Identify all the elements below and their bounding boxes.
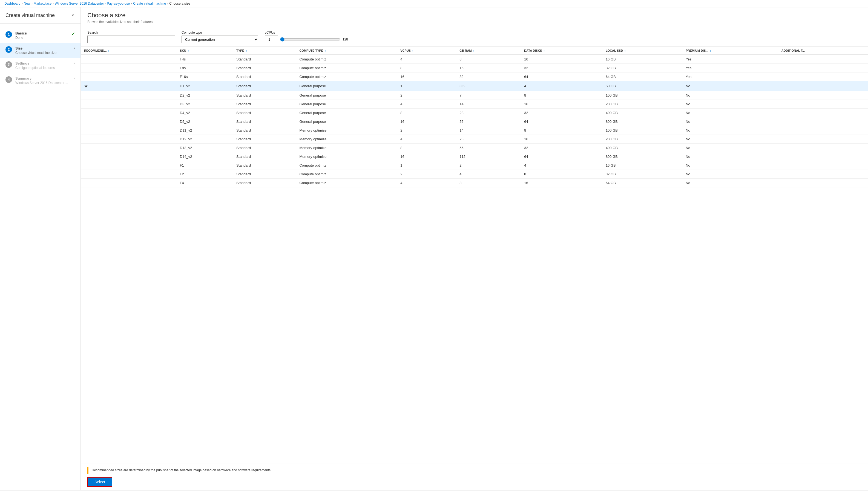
table-row[interactable]: F1StandardCompute optimiz12416 GBNo — [81, 161, 868, 170]
cell-type: Standard — [233, 179, 296, 187]
table-body: F4sStandardCompute optimiz481616 GBYesF8… — [81, 55, 868, 187]
cell-compute-type: General purpose — [296, 109, 397, 117]
breadcrumb-new[interactable]: New — [24, 2, 30, 5]
cell-vcpus: 4 — [397, 100, 456, 109]
compute-type-select[interactable]: All Current generation Previous generati… — [182, 35, 258, 43]
breadcrumb-create-vm[interactable]: Create virtual machine — [133, 2, 166, 5]
table-row[interactable]: D14_v2StandardMemory optimize1611264800 … — [81, 152, 868, 161]
cell-recommended — [81, 144, 177, 152]
steps-container: 1 Basics Done ✓ 2 Size Choose virtual ma… — [0, 24, 81, 490]
cell-sku: F16s — [177, 73, 233, 81]
cell-premium-dis: No — [682, 161, 778, 170]
cell-data-disks: 16 — [521, 55, 602, 64]
main-layout: Create virtual machine × 1 Basics Done ✓… — [0, 7, 868, 490]
table-row[interactable]: F2StandardCompute optimiz24832 GBNo — [81, 170, 868, 179]
table-row[interactable]: D12_v2StandardMemory optimize42816200 GB… — [81, 135, 868, 144]
cell-vcpus: 8 — [397, 109, 456, 117]
cell-data-disks: 4 — [521, 81, 602, 91]
cell-recommended — [81, 73, 177, 81]
cell-local-ssd: 400 GB — [602, 109, 682, 117]
col-data-disks[interactable]: DATA DISKS ↕ — [521, 47, 602, 55]
cell-compute-type: Compute optimiz — [296, 179, 397, 187]
table-row[interactable]: F16sStandardCompute optimiz16326464 GBYe… — [81, 73, 868, 81]
cell-sku: F1 — [177, 161, 233, 170]
cell-vcpus: 4 — [397, 179, 456, 187]
cell-type: Standard — [233, 135, 296, 144]
select-button[interactable]: Select — [87, 477, 112, 487]
cell-premium-dis: No — [682, 170, 778, 179]
cell-type: Standard — [233, 73, 296, 81]
cell-additional-f — [778, 170, 868, 179]
cell-premium-dis: No — [682, 100, 778, 109]
footer-note-text: Recommended sizes are determined by the … — [88, 467, 275, 474]
step-2-title: Size — [15, 46, 71, 50]
cell-recommended — [81, 179, 177, 187]
col-additional-f[interactable]: ADDITIONAL F... — [778, 47, 868, 55]
cell-gb-ram: 56 — [456, 144, 521, 152]
table-row[interactable]: D4_v2StandardGeneral purpose82832400 GBN… — [81, 109, 868, 117]
cell-additional-f — [778, 109, 868, 117]
cell-type: Standard — [233, 170, 296, 179]
breadcrumb-dashboard[interactable]: Dashboard — [4, 2, 21, 5]
cell-compute-type: Compute optimiz — [296, 64, 397, 73]
cell-compute-type: General purpose — [296, 117, 397, 126]
cell-additional-f — [778, 152, 868, 161]
cell-sku: D14_v2 — [177, 152, 233, 161]
cell-vcpus: 8 — [397, 144, 456, 152]
table-row[interactable]: D11_v2StandardMemory optimize2148100 GBN… — [81, 126, 868, 135]
cell-data-disks: 8 — [521, 91, 602, 100]
cell-type: Standard — [233, 64, 296, 73]
footer: Recommended sizes are determined by the … — [81, 463, 868, 490]
col-sku[interactable]: SKU ↕ — [177, 47, 233, 55]
breadcrumb-product[interactable]: Windows Server 2016 Datacenter - Pay-as-… — [55, 2, 130, 5]
step-2-subtitle: Choose virtual machine size — [15, 51, 71, 55]
cell-recommended — [81, 152, 177, 161]
cell-additional-f — [778, 126, 868, 135]
cell-recommended — [81, 135, 177, 144]
col-type[interactable]: TYPE ↕ — [233, 47, 296, 55]
cell-additional-f — [778, 161, 868, 170]
cell-premium-dis: No — [682, 179, 778, 187]
cell-recommended — [81, 91, 177, 100]
breadcrumb-marketplace[interactable]: Marketplace — [34, 2, 52, 5]
col-vcpus[interactable]: VCPUS ↕ — [397, 47, 456, 55]
cell-gb-ram: 4 — [456, 170, 521, 179]
col-local-ssd[interactable]: LOCAL SSD ↕ — [602, 47, 682, 55]
table-row[interactable]: D2_v2StandardGeneral purpose278100 GBNo — [81, 91, 868, 100]
step-summary[interactable]: 4 Summary Windows Server 2016 Datacenter… — [0, 73, 81, 88]
col-gb-ram[interactable]: GB RAM ↕ — [456, 47, 521, 55]
table-row[interactable]: F4StandardCompute optimiz481664 GBNo — [81, 179, 868, 187]
step-size[interactable]: 2 Size Choose virtual machine size › — [0, 43, 81, 58]
cell-gb-ram: 56 — [456, 117, 521, 126]
step-basics[interactable]: 1 Basics Done ✓ — [0, 28, 81, 43]
vcpu-slider[interactable] — [280, 37, 341, 41]
step-settings[interactable]: 3 Settings Configure optional features › — [0, 58, 81, 73]
cell-local-ssd: 200 GB — [602, 135, 682, 144]
col-premium-dis[interactable]: PREMIUM DIS... ↕ — [682, 47, 778, 55]
cell-gb-ram: 16 — [456, 64, 521, 73]
table-row[interactable]: D3_v2StandardGeneral purpose41416200 GBN… — [81, 100, 868, 109]
cell-local-ssd: 400 GB — [602, 144, 682, 152]
col-recommended[interactable]: RECOMMEND... ↕ — [81, 47, 177, 55]
table-row[interactable]: F4sStandardCompute optimiz481616 GBYes — [81, 55, 868, 64]
cell-gb-ram: 8 — [456, 179, 521, 187]
cell-sku: D2_v2 — [177, 91, 233, 100]
search-input[interactable] — [87, 35, 175, 43]
table-row[interactable]: F8sStandardCompute optimiz8163232 GBYes — [81, 64, 868, 73]
cell-recommended — [81, 55, 177, 64]
table-row[interactable]: D13_v2StandardMemory optimize85632400 GB… — [81, 144, 868, 152]
close-button[interactable]: × — [71, 12, 75, 19]
cell-compute-type: General purpose — [296, 100, 397, 109]
step-1-number: 1 — [5, 31, 12, 38]
cell-sku: D5_v2 — [177, 117, 233, 126]
vcpu-number-input[interactable] — [265, 35, 278, 43]
left-panel: Create virtual machine × 1 Basics Done ✓… — [0, 7, 81, 490]
cell-type: Standard — [233, 161, 296, 170]
step-2-chevron-icon: › — [74, 46, 75, 50]
cell-type: Standard — [233, 109, 296, 117]
table-row[interactable]: D5_v2StandardGeneral purpose165664800 GB… — [81, 117, 868, 126]
vcpu-group: vCPUs 128 — [265, 31, 348, 43]
col-compute-type[interactable]: COMPUTE TYPE ↕ — [296, 47, 397, 55]
cell-sku: D1_v2 — [177, 81, 233, 91]
table-row[interactable]: ★D1_v2StandardGeneral purpose13.5450 GBN… — [81, 81, 868, 91]
